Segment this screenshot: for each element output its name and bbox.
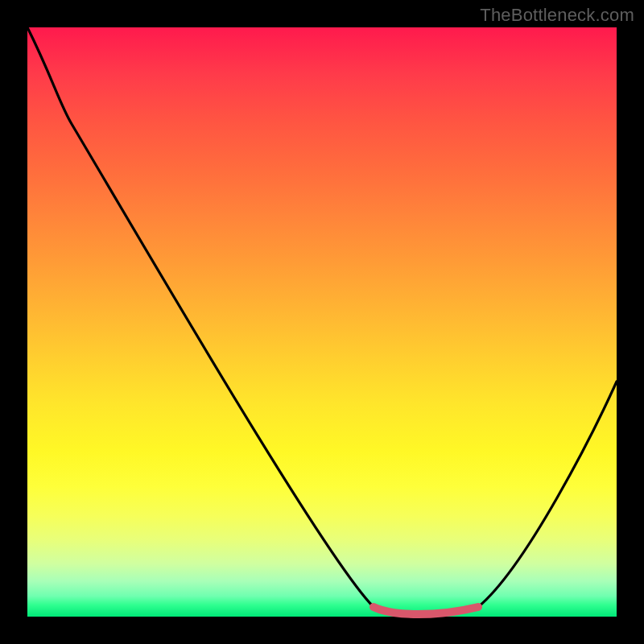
plot-area xyxy=(27,27,617,617)
bottleneck-curve xyxy=(27,27,617,617)
highlight-segment xyxy=(374,607,478,614)
chart-frame: TheBottleneck.com xyxy=(0,0,644,644)
curve-path xyxy=(27,27,617,614)
attribution-text: TheBottleneck.com xyxy=(480,5,634,26)
